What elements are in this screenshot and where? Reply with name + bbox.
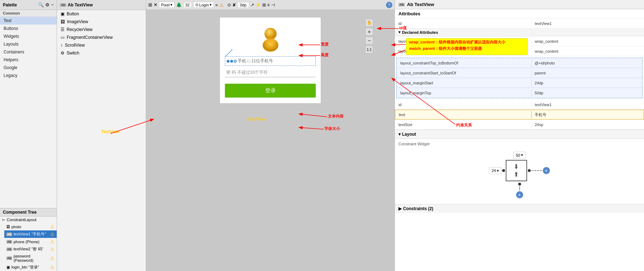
tree-label-tv2: textView2 "密 码" xyxy=(14,246,43,252)
canvas-tool-6[interactable]: ≡ xyxy=(267,2,270,7)
tree-constraint-layout[interactable]: ⊢ ConstraintLayout xyxy=(0,217,57,223)
canvas-btn-ratio[interactable]: 1:1 xyxy=(365,46,373,53)
tree-textview1[interactable]: Ab textView1 "手机号" ⚠ xyxy=(4,230,57,238)
attr-header: Ab Ab TextView xyxy=(395,0,644,9)
attr-value-top[interactable]: @+id/photo xyxy=(532,59,642,67)
palette-item-legacy[interactable]: Legacy xyxy=(0,72,57,79)
canvas-tool-4[interactable]: ⚡ xyxy=(256,2,261,7)
tree-photo[interactable]: 🖼 photo ⚠ xyxy=(4,223,57,230)
attr-value-height[interactable]: wrap_content xyxy=(532,48,644,55)
textview-field[interactable]: 手机 □ 11位手机号 xyxy=(225,56,316,66)
field-handles xyxy=(227,60,237,63)
cw-arrow-up: ⬆ xyxy=(514,171,519,178)
cw-plus-bottom[interactable]: + xyxy=(516,191,523,198)
attr-value-id[interactable]: textView1 xyxy=(532,20,644,27)
constraint-widget-label: Constraint Widget xyxy=(398,142,640,146)
palette-settings-icon[interactable]: ⚙ xyxy=(45,2,50,7)
canvas-side-buttons: ✋ + − 1:1 xyxy=(365,19,373,53)
tree-textview2[interactable]: Ab textView2 "密 码" ⚠ xyxy=(4,245,57,253)
canvas-tool-2[interactable]: ✘ xyxy=(232,2,236,7)
tree-ab-icon-pw: Ab xyxy=(6,256,12,260)
attr-row-id: id textView1 xyxy=(395,19,644,28)
constraints-section[interactable]: ▶ Constraints (2) xyxy=(395,204,644,213)
palette-minimize-icon[interactable]: − xyxy=(51,2,54,7)
palette-item-widgets[interactable]: Widgets xyxy=(0,32,57,40)
recyclerview-icon: ☰ xyxy=(61,27,65,32)
tree-login-btn[interactable]: ▣ login_btn "登录" ⚠ xyxy=(4,264,57,271)
layout-section-header[interactable]: ▾ Layout xyxy=(395,130,644,139)
canvas-help-icon[interactable]: ? xyxy=(386,2,392,8)
cw-top-row: 50 ▾ xyxy=(513,152,525,158)
palette-item-google[interactable]: Google xyxy=(0,64,57,72)
cw-left-arrow: ▾ xyxy=(497,168,499,173)
tree-password[interactable]: Ab password (Password) ⚠ xyxy=(4,253,57,264)
comp-switch[interactable]: ⚙ Switch xyxy=(57,49,146,57)
attr-value-text[interactable]: 手机号 xyxy=(532,111,644,119)
canvas-tool-3[interactable]: ↗ xyxy=(251,2,254,7)
imageview-label: ImageView xyxy=(67,19,88,24)
attr-value-start[interactable]: parent xyxy=(532,69,642,77)
canvas-tool-5[interactable]: ⊞ xyxy=(262,2,266,7)
cw-left-dropdown[interactable]: 24 ▾ xyxy=(489,167,501,174)
comp-imageview[interactable]: 🖼 ImageView xyxy=(57,18,146,26)
fragment-label: FragmentContainerView xyxy=(67,35,113,40)
avatar-container xyxy=(225,23,316,53)
toolbar-api-label[interactable]: 32 xyxy=(183,2,192,8)
toolbar-icon-2[interactable]: ✕ xyxy=(154,2,158,7)
canvas-body: 手机 □ 11位手机号 密 码 不超过10个字符 登录 ✋ + − xyxy=(146,10,395,271)
tree-icon-btn: ▣ xyxy=(6,265,10,270)
canvas-btn-minus[interactable]: − xyxy=(365,37,373,45)
comp-scrollview[interactable]: ↕ ScrollView xyxy=(57,41,146,49)
login-button[interactable]: 登录 xyxy=(225,84,316,98)
palette-header-actions: 🔍 ⚙ − xyxy=(38,2,54,7)
attr-row-text: text 手机号 xyxy=(395,110,644,120)
constraints-toggle: ▶ xyxy=(398,206,402,211)
tree-phone[interactable]: Ab phone (Phone) ⚠ xyxy=(4,238,57,245)
cw-top-dropdown[interactable]: 50 ▾ xyxy=(513,152,525,158)
canvas-btn-plus[interactable]: + xyxy=(365,28,373,36)
dp-input[interactable]: 0dp xyxy=(237,2,249,8)
palette-search-icon[interactable]: 🔍 xyxy=(38,2,44,7)
canvas-tool-7[interactable]: ⊣ xyxy=(271,2,275,7)
palette-item-layouts[interactable]: Layouts xyxy=(0,40,57,48)
cw-plus-right[interactable]: + xyxy=(543,167,550,174)
comp-button[interactable]: ▣ Button xyxy=(57,10,146,18)
cw-middle-row: 24 ▾ ⬇ ⬆ xyxy=(489,160,550,181)
tree-ab-icon-phone: Ab xyxy=(6,240,12,244)
cw-right-dot xyxy=(528,169,531,172)
canvas-panel: ⊞ ✕ Pixel ▾ 🌲 32 ⊙ Login ▾ » ⚠ ⊙ ✘ 0dp ↗… xyxy=(146,0,395,271)
user-label: ⊙ xyxy=(195,2,199,7)
textview-annotation: TextView xyxy=(248,117,266,122)
toolbar-icon-1[interactable]: ⊞ xyxy=(148,2,152,7)
attr-row-height: layout_height wrap_content xyxy=(395,46,644,56)
toolbar-user-dropdown[interactable]: ⊙ Login ▾ xyxy=(193,2,214,8)
attr-value-margin-start[interactable]: 24dp xyxy=(532,79,642,87)
palette-items: Text Buttons Widgets Layouts Containers … xyxy=(0,17,57,79)
toolbar-tree-icon[interactable]: 🌲 xyxy=(176,2,182,7)
cw-box-arrows: ⬇ ⬆ xyxy=(514,163,519,178)
comp-recyclerview[interactable]: ☰ RecyclerView xyxy=(57,26,146,33)
toolbar-warn-icon[interactable]: ⚠ xyxy=(219,2,224,8)
palette-item-buttons[interactable]: Buttons xyxy=(0,25,57,32)
attr-row-margin-top: layout_marginTop 50dp xyxy=(397,88,642,98)
device-label: Pixel xyxy=(161,3,170,7)
cw-main-box: ⬇ ⬆ xyxy=(506,160,527,181)
toolbar-dropdown-device[interactable]: Pixel ▾ xyxy=(159,2,175,8)
comp-fragmentcontainer[interactable]: ▭ FragmentContainerView xyxy=(57,33,146,41)
canvas-btn-hand[interactable]: ✋ xyxy=(365,19,373,27)
attr-value-margin-top[interactable]: 50dp xyxy=(532,89,642,97)
phone-mockup: 手机 □ 11位手机号 密 码 不超过10个字符 登录 xyxy=(220,17,321,104)
attr-value-textsize[interactable]: 24sp xyxy=(532,121,644,128)
palette-item-containers[interactable]: Containers xyxy=(0,48,57,56)
fragment-icon: ▭ xyxy=(61,35,65,40)
attr-name-height: layout_height xyxy=(395,48,532,55)
attributes-panel: Ab Ab TextView Attributes id textView1 ▾… xyxy=(395,0,644,271)
attr-value-width[interactable]: wrap_content xyxy=(532,38,644,45)
canvas-tool-1[interactable]: ⊙ xyxy=(227,2,231,7)
attr-name-width: layout_width xyxy=(395,38,532,45)
toolbar-more-icon[interactable]: » xyxy=(215,2,218,7)
palette-item-text[interactable]: Text xyxy=(0,17,57,25)
attr-value-id2[interactable]: textView1 xyxy=(532,101,644,108)
palette-item-helpers[interactable]: Helpers xyxy=(0,56,57,64)
declared-attr-header[interactable]: ▾ Declared Attributes xyxy=(395,28,644,36)
